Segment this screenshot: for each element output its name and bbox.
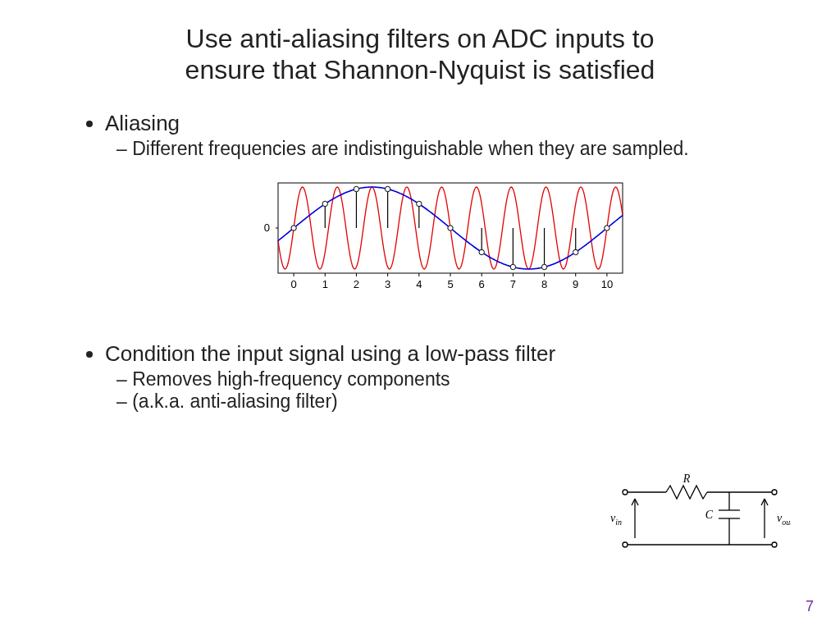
- svg-point-25: [291, 226, 296, 231]
- svg-text:2: 2: [354, 278, 359, 290]
- svg-point-39: [510, 264, 515, 269]
- svg-text:9: 9: [573, 278, 578, 290]
- svg-text:4: 4: [416, 278, 422, 290]
- svg-point-37: [479, 249, 484, 254]
- svg-point-46: [623, 490, 628, 495]
- svg-point-27: [322, 201, 327, 206]
- rc-circuit-diagram: R C vin vout: [602, 471, 791, 564]
- svg-text:3: 3: [385, 278, 390, 290]
- rc-circuit-svg: R C vin vout: [602, 471, 791, 561]
- svg-point-45: [605, 226, 609, 231]
- svg-point-49: [772, 542, 777, 547]
- aliasing-plot-svg: 0 012345678910: [237, 175, 636, 298]
- bullet-condition-sub2: (a.k.a. anti-aliasing filter): [133, 390, 791, 413]
- bullet-condition-sub1: Removes high-frequency components: [133, 368, 791, 390]
- slide-title: Use anti-aliasing filters on ADC inputs …: [0, 23, 840, 86]
- svg-text:5: 5: [447, 278, 453, 290]
- svg-point-41: [541, 264, 546, 269]
- ytick-0: 0: [264, 221, 270, 234]
- vin-label: vin: [610, 512, 622, 527]
- svg-text:6: 6: [479, 278, 485, 290]
- aliasing-graph: 0 012345678910: [82, 175, 791, 304]
- bullet-aliasing: Aliasing Different frequencies are indis…: [105, 111, 791, 160]
- svg-point-47: [623, 542, 628, 547]
- vout-label: vout: [777, 512, 791, 527]
- bullet-aliasing-sub: Different frequencies are indistinguisha…: [133, 138, 791, 160]
- bullet-aliasing-text: Aliasing: [105, 111, 180, 135]
- svg-point-33: [417, 201, 422, 206]
- bullet-condition: Condition the input signal using a low-p…: [105, 341, 791, 413]
- svg-point-31: [385, 186, 390, 191]
- svg-point-48: [772, 490, 777, 495]
- svg-text:8: 8: [541, 278, 547, 290]
- svg-text:0: 0: [290, 278, 296, 290]
- svg-point-29: [354, 186, 358, 191]
- capacitor-label: C: [705, 509, 714, 521]
- title-line-1: Use anti-aliasing filters on ADC inputs …: [186, 24, 655, 53]
- svg-text:1: 1: [322, 278, 328, 290]
- bullet-condition-text: Condition the input signal using a low-p…: [105, 341, 555, 366]
- slide-content: Aliasing Different frequencies are indis…: [82, 111, 791, 413]
- title-line-2: ensure that Shannon-Nyquist is satisfied: [185, 55, 655, 84]
- svg-text:10: 10: [601, 278, 613, 290]
- resistor-label: R: [682, 472, 691, 485]
- svg-point-43: [573, 249, 578, 254]
- svg-point-35: [448, 226, 453, 231]
- svg-text:7: 7: [510, 278, 516, 290]
- page-number: 7: [806, 598, 814, 615]
